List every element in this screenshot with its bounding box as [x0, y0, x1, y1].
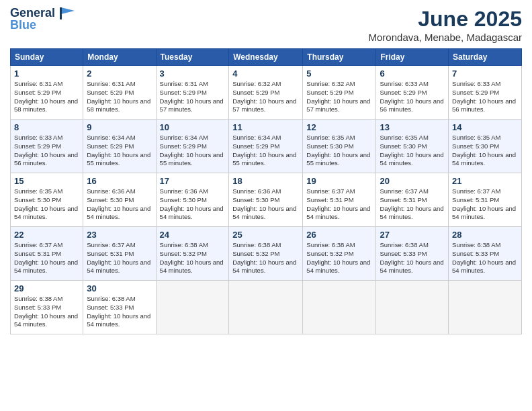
calendar-cell: 22Sunrise: 6:37 AMSunset: 5:31 PMDayligh…	[11, 227, 83, 281]
calendar-cell: 18Sunrise: 6:36 AMSunset: 5:30 PMDayligh…	[229, 173, 303, 227]
calendar-cell: 6Sunrise: 6:33 AMSunset: 5:29 PMDaylight…	[376, 66, 449, 120]
day-info: Sunrise: 6:38 AMSunset: 5:33 PMDaylight:…	[14, 295, 79, 329]
calendar-header-row: SundayMondayTuesdayWednesdayThursdayFrid…	[11, 49, 522, 66]
day-info: Sunrise: 6:33 AMSunset: 5:29 PMDaylight:…	[14, 134, 79, 168]
calendar-cell: 23Sunrise: 6:37 AMSunset: 5:31 PMDayligh…	[83, 227, 156, 281]
calendar-cell	[156, 281, 229, 334]
day-info: Sunrise: 6:34 AMSunset: 5:29 PMDaylight:…	[232, 134, 299, 168]
calendar-row: 15Sunrise: 6:35 AMSunset: 5:30 PMDayligh…	[11, 173, 522, 227]
day-info: Sunrise: 6:37 AMSunset: 5:31 PMDaylight:…	[380, 187, 445, 222]
calendar-cell: 9Sunrise: 6:34 AMSunset: 5:29 PMDaylight…	[83, 120, 156, 173]
calendar-header-wednesday: Wednesday	[229, 49, 303, 66]
day-info: Sunrise: 6:37 AMSunset: 5:31 PMDaylight:…	[14, 241, 79, 275]
day-number: 24	[160, 230, 226, 240]
day-info: Sunrise: 6:36 AMSunset: 5:30 PMDaylight:…	[160, 187, 226, 222]
day-info: Sunrise: 6:37 AMSunset: 5:31 PMDaylight:…	[87, 241, 152, 275]
logo-flag-icon	[60, 7, 75, 19]
calendar-row: 1Sunrise: 6:31 AMSunset: 5:29 PMDaylight…	[11, 66, 522, 120]
day-number: 16	[87, 176, 152, 186]
calendar-cell: 5Sunrise: 6:32 AMSunset: 5:29 PMDaylight…	[303, 66, 376, 120]
day-number: 21	[452, 176, 518, 186]
calendar-cell	[376, 281, 449, 334]
calendar-header-tuesday: Tuesday	[156, 49, 229, 66]
calendar-cell: 17Sunrise: 6:36 AMSunset: 5:30 PMDayligh…	[156, 173, 229, 227]
day-number: 27	[380, 230, 445, 240]
day-info: Sunrise: 6:38 AMSunset: 5:33 PMDaylight:…	[87, 295, 152, 329]
location: Morondava, Menabe, Madagascar	[369, 32, 522, 43]
day-info: Sunrise: 6:31 AMSunset: 5:29 PMDaylight:…	[160, 80, 226, 114]
calendar-cell: 21Sunrise: 6:37 AMSunset: 5:31 PMDayligh…	[449, 173, 522, 227]
day-number: 23	[87, 230, 152, 240]
calendar-header-saturday: Saturday	[449, 49, 522, 66]
day-info: Sunrise: 6:34 AMSunset: 5:29 PMDaylight:…	[160, 134, 226, 168]
calendar-cell: 7Sunrise: 6:33 AMSunset: 5:29 PMDaylight…	[449, 66, 522, 120]
day-number: 30	[87, 283, 152, 293]
svg-marker-0	[61, 7, 75, 14]
calendar-cell: 2Sunrise: 6:31 AMSunset: 5:29 PMDaylight…	[83, 66, 156, 120]
calendar: SundayMondayTuesdayWednesdayThursdayFrid…	[10, 48, 522, 334]
day-number: 29	[14, 283, 79, 293]
day-info: Sunrise: 6:32 AMSunset: 5:29 PMDaylight:…	[306, 80, 372, 114]
calendar-row: 22Sunrise: 6:37 AMSunset: 5:31 PMDayligh…	[11, 227, 522, 281]
day-info: Sunrise: 6:35 AMSunset: 5:30 PMDaylight:…	[306, 134, 372, 168]
title-block: June 2025 Morondava, Menabe, Madagascar	[369, 7, 522, 43]
calendar-cell: 4Sunrise: 6:32 AMSunset: 5:29 PMDaylight…	[229, 66, 303, 120]
day-number: 4	[232, 68, 299, 79]
day-number: 18	[232, 176, 299, 186]
day-number: 5	[306, 68, 372, 79]
calendar-cell: 25Sunrise: 6:38 AMSunset: 5:32 PMDayligh…	[229, 227, 303, 281]
calendar-cell	[229, 281, 303, 334]
calendar-cell: 28Sunrise: 6:38 AMSunset: 5:33 PMDayligh…	[449, 227, 522, 281]
day-number: 10	[160, 122, 226, 132]
calendar-cell: 19Sunrise: 6:37 AMSunset: 5:31 PMDayligh…	[303, 173, 376, 227]
calendar-row: 8Sunrise: 6:33 AMSunset: 5:29 PMDaylight…	[11, 120, 522, 173]
day-number: 15	[14, 176, 79, 186]
day-number: 6	[380, 68, 445, 79]
day-number: 13	[380, 122, 445, 132]
day-number: 19	[306, 176, 372, 186]
calendar-cell: 13Sunrise: 6:35 AMSunset: 5:30 PMDayligh…	[376, 120, 449, 173]
day-number: 17	[160, 176, 226, 186]
calendar-cell: 1Sunrise: 6:31 AMSunset: 5:29 PMDaylight…	[11, 66, 83, 120]
day-number: 1	[14, 68, 79, 79]
day-number: 2	[87, 68, 152, 79]
day-number: 22	[14, 230, 79, 240]
calendar-cell: 11Sunrise: 6:34 AMSunset: 5:29 PMDayligh…	[229, 120, 303, 173]
day-number: 8	[14, 122, 79, 132]
calendar-cell: 27Sunrise: 6:38 AMSunset: 5:33 PMDayligh…	[376, 227, 449, 281]
calendar-header-sunday: Sunday	[11, 49, 83, 66]
calendar-cell: 30Sunrise: 6:38 AMSunset: 5:33 PMDayligh…	[83, 281, 156, 334]
day-info: Sunrise: 6:33 AMSunset: 5:29 PMDaylight:…	[452, 80, 518, 114]
day-number: 11	[232, 122, 299, 132]
day-info: Sunrise: 6:33 AMSunset: 5:29 PMDaylight:…	[380, 80, 445, 114]
calendar-header-monday: Monday	[83, 49, 156, 66]
calendar-header-friday: Friday	[376, 49, 449, 66]
day-number: 7	[452, 68, 518, 79]
day-info: Sunrise: 6:38 AMSunset: 5:32 PMDaylight:…	[232, 241, 299, 275]
svg-rect-1	[60, 7, 62, 19]
calendar-cell: 24Sunrise: 6:38 AMSunset: 5:32 PMDayligh…	[156, 227, 229, 281]
day-info: Sunrise: 6:38 AMSunset: 5:33 PMDaylight:…	[452, 241, 518, 275]
calendar-row: 29Sunrise: 6:38 AMSunset: 5:33 PMDayligh…	[11, 281, 522, 334]
calendar-cell	[449, 281, 522, 334]
day-info: Sunrise: 6:31 AMSunset: 5:29 PMDaylight:…	[87, 80, 152, 114]
day-number: 25	[232, 230, 299, 240]
calendar-header-thursday: Thursday	[303, 49, 376, 66]
month-title: June 2025	[369, 7, 522, 32]
day-number: 26	[306, 230, 372, 240]
day-info: Sunrise: 6:35 AMSunset: 5:30 PMDaylight:…	[14, 187, 79, 222]
day-info: Sunrise: 6:32 AMSunset: 5:29 PMDaylight:…	[232, 80, 299, 114]
day-info: Sunrise: 6:38 AMSunset: 5:32 PMDaylight:…	[306, 241, 372, 275]
logo: General Blue	[10, 7, 76, 32]
calendar-cell: 12Sunrise: 6:35 AMSunset: 5:30 PMDayligh…	[303, 120, 376, 173]
day-number: 9	[87, 122, 152, 132]
day-number: 3	[160, 68, 226, 79]
day-info: Sunrise: 6:37 AMSunset: 5:31 PMDaylight:…	[452, 187, 518, 222]
calendar-cell: 26Sunrise: 6:38 AMSunset: 5:32 PMDayligh…	[303, 227, 376, 281]
calendar-cell: 8Sunrise: 6:33 AMSunset: 5:29 PMDaylight…	[11, 120, 83, 173]
day-info: Sunrise: 6:35 AMSunset: 5:30 PMDaylight:…	[380, 134, 445, 168]
day-info: Sunrise: 6:34 AMSunset: 5:29 PMDaylight:…	[87, 134, 152, 168]
day-info: Sunrise: 6:37 AMSunset: 5:31 PMDaylight:…	[306, 187, 372, 222]
calendar-cell: 20Sunrise: 6:37 AMSunset: 5:31 PMDayligh…	[376, 173, 449, 227]
calendar-cell: 3Sunrise: 6:31 AMSunset: 5:29 PMDaylight…	[156, 66, 229, 120]
